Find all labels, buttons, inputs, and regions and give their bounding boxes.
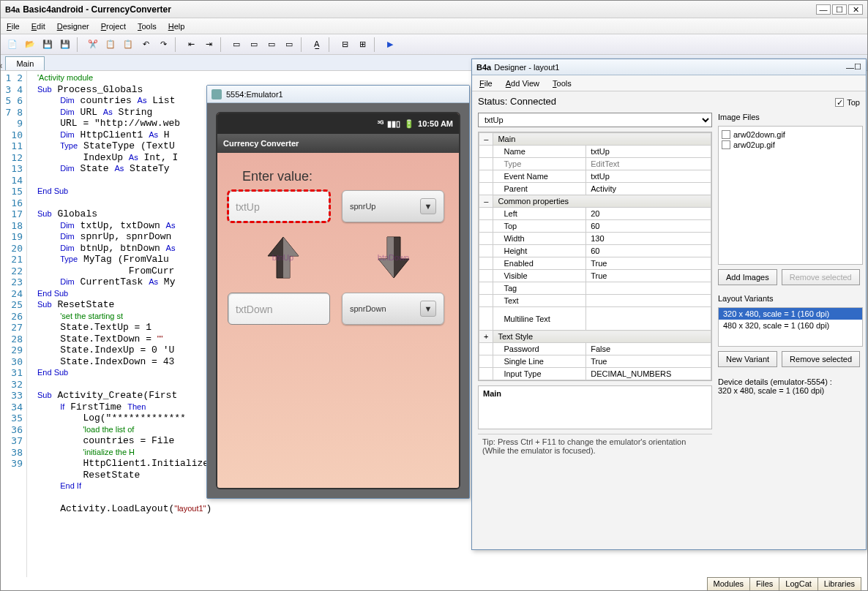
spinner-down[interactable]: spnrDown▼	[342, 293, 444, 325]
designer-window: B4a Designer - layout1 — ☐ File Add View…	[471, 59, 867, 550]
block1-icon[interactable]: ▭	[229, 37, 244, 52]
designer-status: Status: Connected	[478, 96, 835, 107]
menu-file[interactable]: File	[7, 22, 20, 31]
designer-tip: Tip: Press Ctrl + F11 to change the emul…	[478, 434, 712, 458]
block2-icon[interactable]: ▭	[247, 37, 261, 52]
minimize-button[interactable]: —	[816, 4, 831, 15]
device-details: Device details (emulator-5554) : 320 x 4…	[718, 377, 863, 395]
app-content: Enter value: txtUp spnrUp▼ btnUp btnDown	[217, 153, 459, 347]
ide-titlebar: B4a Basic4android - CurrencyConverter — …	[1, 1, 867, 18]
tab-files[interactable]: Files	[749, 577, 779, 590]
remove-selected-button[interactable]: Remove selected	[782, 269, 860, 285]
signal-bars-icon: ▮▮▯	[387, 119, 400, 129]
spinner-up[interactable]: spnrUp▼	[342, 190, 444, 222]
open-icon[interactable]: 📂	[23, 37, 37, 52]
image-file-item[interactable]: arw02up.gif	[733, 140, 775, 149]
block3-icon[interactable]: ▭	[264, 37, 279, 52]
main-view-box: Main	[478, 385, 712, 429]
add-images-button[interactable]: Add Images	[718, 269, 777, 285]
designer-menu-addview[interactable]: Add View	[506, 79, 539, 88]
designer-menu-file[interactable]: File	[479, 79, 493, 88]
android-appbar: Currency Converter	[217, 134, 459, 153]
image-files-heading: Image Files	[718, 113, 863, 121]
layout-variants-heading: Layout Variants	[718, 294, 863, 303]
image-file-item[interactable]: arw02down.gif	[733, 130, 785, 139]
outdent-icon[interactable]: ⇤	[184, 37, 198, 52]
expand-icon[interactable]: +	[479, 331, 493, 343]
bottom-panel-tabs: Modules Files LogCat Libraries	[708, 577, 861, 590]
designer-titlebar: B4a Designer - layout1 — ☐	[472, 59, 866, 75]
close-button[interactable]: ✕	[848, 4, 863, 15]
menu-designer[interactable]: Designer	[57, 22, 89, 31]
line-gutter: 1 2 3 4 5 6 7 8 9 10 11 12 13 14 15 16 1…	[1, 71, 27, 577]
btn-down[interactable]: btnDown	[370, 234, 417, 281]
battery-icon: 🔋	[404, 119, 414, 129]
menu-edit[interactable]: Edit	[31, 22, 45, 31]
tab-logcat[interactable]: LogCat	[779, 577, 818, 590]
menu-project[interactable]: Project	[101, 22, 126, 31]
emulator-icon	[212, 89, 222, 99]
variant-item[interactable]: 480 x 320, scale = 1 (160 dpi)	[719, 320, 862, 331]
toolbar: 📄 📂 💾 💾 ✂️ 📋 📋 ↶ ↷ ⇤ ⇥ ▭ ▭ ▭ ▭ A̲ ⊟ ⊞ ▶	[1, 34, 867, 55]
img-checkbox[interactable]	[722, 130, 730, 139]
designer-min-button[interactable]: —	[846, 63, 854, 72]
designer-logo: B4a	[476, 63, 491, 72]
t1-icon[interactable]: ⊟	[337, 37, 352, 52]
save-icon[interactable]: 💾	[40, 37, 55, 52]
android-statusbar: ³ᴳ ▮▮▯ 🔋 10:50 AM	[217, 113, 459, 134]
emulator-window: 5554:Emulator1 ³ᴳ ▮▮▯ 🔋 10:50 AM Currenc…	[206, 85, 470, 499]
undo-icon[interactable]: ↶	[138, 37, 153, 52]
image-files-list[interactable]: arw02down.gif arw02up.gif	[718, 126, 863, 265]
variant-item[interactable]: 320 x 480, scale = 1 (160 dpi)	[719, 308, 862, 320]
emulator-titlebar: 5554:Emulator1	[207, 86, 469, 103]
app-title: Currency Converter	[223, 139, 299, 148]
app-logo: B4a	[5, 5, 20, 14]
collapse-icon[interactable]: –	[479, 195, 493, 208]
designer-menu-tools[interactable]: Tools	[553, 79, 572, 88]
indent-icon[interactable]: ⇥	[201, 37, 216, 52]
layout-variants-list[interactable]: 320 x 480, scale = 1 (160 dpi) 480 x 320…	[718, 307, 863, 347]
menu-tools[interactable]: Tools	[138, 22, 157, 31]
btn-up[interactable]: btnUp	[260, 234, 307, 281]
close-tab-icon[interactable]: ×	[0, 61, 2, 70]
input-txtup[interactable]: txtUp	[228, 190, 330, 222]
top-label: Top	[847, 98, 860, 107]
menu-help[interactable]: Help	[168, 22, 185, 31]
input-txtdown[interactable]: txtDown	[228, 293, 330, 325]
signal-3g-icon: ³ᴳ	[377, 119, 384, 129]
t2-icon[interactable]: ⊞	[355, 37, 370, 52]
maximize-button[interactable]: ☐	[832, 4, 847, 15]
saveall-icon[interactable]: 💾	[58, 37, 72, 52]
new-icon[interactable]: 📄	[5, 37, 20, 52]
remove-variant-button[interactable]: Remove selected	[782, 351, 860, 367]
run-icon[interactable]: ▶	[383, 37, 397, 52]
paste-icon[interactable]: 📋	[121, 37, 135, 52]
tab-main[interactable]: Main	[5, 56, 45, 70]
emulator-frame: ³ᴳ ▮▮▯ 🔋 10:50 AM Currency Converter Ent…	[216, 112, 460, 489]
view-selector[interactable]: txtUp	[478, 113, 712, 127]
designer-title: Designer - layout1	[494, 63, 846, 72]
img-checkbox[interactable]	[722, 140, 730, 149]
collapse-icon[interactable]: –	[479, 133, 493, 146]
designer-max-button[interactable]: ☐	[854, 62, 861, 72]
designer-menubar: File Add View Tools	[472, 75, 866, 91]
menubar: File Edit Designer Project Tools Help	[1, 18, 867, 34]
dropdown-icon: ▼	[420, 198, 436, 214]
redo-icon[interactable]: ↷	[156, 37, 171, 52]
emulator-screen: ³ᴳ ▮▮▯ 🔋 10:50 AM Currency Converter Ent…	[217, 113, 459, 488]
enter-value-label: Enter value:	[242, 169, 449, 184]
block4-icon[interactable]: ▭	[282, 37, 296, 52]
dropdown-icon: ▼	[420, 301, 436, 317]
property-grid[interactable]: –Main NametxtUp TypeEditText Event Namet…	[478, 132, 712, 381]
clock-text: 10:50 AM	[418, 119, 453, 128]
font-icon[interactable]: A̲	[310, 37, 324, 52]
copy-icon[interactable]: 📋	[103, 37, 118, 52]
new-variant-button[interactable]: New Variant	[718, 351, 777, 367]
tab-modules[interactable]: Modules	[707, 577, 751, 590]
emulator-title: 5554:Emulator1	[226, 90, 283, 99]
window-title: Basic4android - CurrencyConverter	[23, 4, 815, 15]
tab-libraries[interactable]: Libraries	[818, 577, 861, 590]
cut-icon[interactable]: ✂️	[86, 37, 100, 52]
top-checkbox[interactable]: ✓	[835, 98, 844, 107]
